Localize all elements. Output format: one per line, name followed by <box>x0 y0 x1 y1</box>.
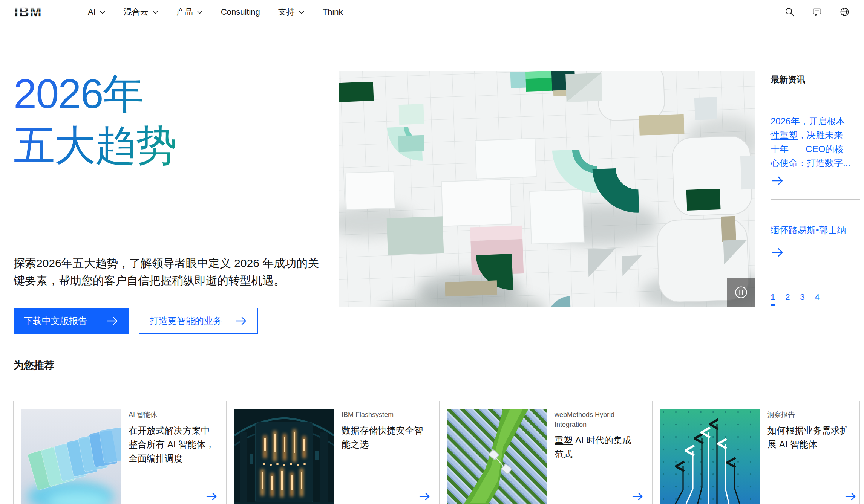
card-eyebrow: webMethods Hybrid Integration <box>555 410 644 429</box>
ibm-logo[interactable]: IBM <box>14 5 48 19</box>
nav-label: 产品 <box>176 6 193 18</box>
nav-label: Consulting <box>221 7 260 17</box>
arrow-right-icon <box>771 247 784 258</box>
card-ai-agents[interactable]: AI 智能体 在开放式解决方案中整合所有 AI 智能体，全面编排调度 <box>14 401 227 504</box>
nav-label: AI <box>88 7 96 17</box>
chevron-down-icon <box>299 10 305 14</box>
card-body: 洞察报告 如何根据业务需求扩展 AI 智能体 <box>767 409 857 504</box>
nav-item-hybrid-cloud[interactable]: 混合云 <box>115 0 167 24</box>
card-title: 重塑 AI 时代的集成范式 <box>555 433 640 461</box>
arrow-right-icon[interactable] <box>845 491 856 502</box>
news-heading: 最新资讯 <box>771 74 860 86</box>
pause-icon <box>732 284 750 301</box>
header: IBM AI 混合云 产品 Consulting 支持 Think <box>0 0 864 24</box>
card-title: 数据存储快捷安全智能之选 <box>342 423 431 451</box>
hero-media <box>339 71 755 307</box>
header-divider <box>69 4 69 20</box>
svg-text:IBM: IBM <box>14 5 42 19</box>
card-eyebrow: 洞察报告 <box>767 410 857 420</box>
card-flashsystem[interactable]: IBM Flashsystem 数据存储快捷安全智能之选 <box>227 401 440 504</box>
news-pagination: 1 2 3 4 <box>771 292 860 306</box>
news-link-2-text: 缅怀路易斯•郭士纳 <box>771 225 846 235</box>
download-report-button[interactable]: 下载中文版报告 <box>14 308 129 334</box>
search-icon[interactable] <box>784 7 795 17</box>
nav-label: 支持 <box>278 6 295 18</box>
card-eyebrow: AI 智能体 <box>129 410 218 420</box>
nav-item-support[interactable]: 支持 <box>269 0 314 24</box>
nav-item-think[interactable]: Think <box>314 0 352 24</box>
hero-section: 2026年五大趋势 探索2026年五大趋势，了解领导者眼中定义 2026 年成功… <box>0 24 864 358</box>
recommend-heading: 为您推荐 <box>14 359 54 372</box>
news-link-1[interactable]: 2026年，开启根本性重塑，决胜未来十年 ---- CEO的核心使命：打造数字.… <box>771 114 850 170</box>
pagination-page-4[interactable]: 4 <box>815 292 820 306</box>
hero-description: 探索2026年五大趋势，了解领导者眼中定义 2026 年成功的关键要素，帮助您的… <box>14 255 320 289</box>
arrow-right-icon[interactable] <box>632 491 643 502</box>
chevron-down-icon <box>100 10 106 14</box>
globe-icon[interactable] <box>839 7 850 17</box>
arrow-right-icon[interactable] <box>419 491 430 502</box>
card-image-glass-panels <box>21 409 121 504</box>
smarter-business-button[interactable]: 打造更智能的业务 <box>139 308 258 334</box>
news-link-1-arrow[interactable] <box>771 175 860 186</box>
header-utility <box>784 7 850 17</box>
card-eyebrow: IBM Flashsystem <box>342 410 431 420</box>
pagination-page-2[interactable]: 2 <box>785 292 790 306</box>
card-image-arrows-up <box>660 409 760 504</box>
news-link-2[interactable]: 缅怀路易斯•郭士纳 <box>771 200 850 237</box>
card-body: webMethods Hybrid Integration 重塑 AI 时代的集… <box>555 409 644 504</box>
chevron-down-icon <box>197 10 203 14</box>
card-image-storage-machine <box>234 409 334 504</box>
smarter-business-label: 打造更智能的业务 <box>150 315 222 327</box>
news-link-1-text: 2026年，开启根本 <box>771 116 845 126</box>
main-nav: AI 混合云 产品 Consulting 支持 Think <box>79 0 352 24</box>
arrow-right-icon <box>235 316 247 326</box>
card-webmethods[interactable]: webMethods Hybrid Integration 重塑 AI 时代的集… <box>440 401 653 504</box>
download-report-label: 下载中文版报告 <box>24 315 87 327</box>
card-body: AI 智能体 在开放式解决方案中整合所有 AI 智能体，全面编排调度 <box>129 409 218 504</box>
news-link-2-arrow[interactable] <box>771 247 860 258</box>
card-title-underlined: 重塑 <box>555 435 573 445</box>
recommend-cards: AI 智能体 在开放式解决方案中整合所有 AI 智能体，全面编排调度 <box>13 401 860 504</box>
chat-icon[interactable] <box>812 7 822 17</box>
nav-item-ai[interactable]: AI <box>79 0 115 24</box>
arrow-right-icon <box>106 316 119 326</box>
nav-item-products[interactable]: 产品 <box>167 0 212 24</box>
hero-title: 2026年五大趋势 <box>14 68 176 171</box>
nav-label: 混合云 <box>124 6 149 18</box>
carousel-pause-button[interactable] <box>727 278 755 307</box>
nav-label: Think <box>323 7 343 17</box>
card-title: 在开放式解决方案中整合所有 AI 智能体，全面编排调度 <box>129 423 218 465</box>
card-body: IBM Flashsystem 数据存储快捷安全智能之选 <box>342 409 431 504</box>
news-divider <box>771 275 860 275</box>
hero-title-line1: 2026年 <box>14 70 144 117</box>
hero-cta-group: 下载中文版报告 打造更智能的业务 <box>14 308 258 334</box>
card-image-solar-field <box>447 409 547 504</box>
card-insight-report[interactable]: 洞察报告 如何根据业务需求扩展 AI 智能体 <box>653 401 864 504</box>
news-link-1-underlined: 性重塑 <box>771 130 798 140</box>
hero-title-line2: 五大趋势 <box>14 122 176 168</box>
arrow-right-icon[interactable] <box>206 491 218 502</box>
chevron-down-icon <box>152 10 158 14</box>
hero-artwork-tiles <box>339 71 755 307</box>
latest-news-sidebar: 最新资讯 2026年，开启根本性重塑，决胜未来十年 ---- CEO的核心使命：… <box>771 71 860 306</box>
ibm-logo-icon: IBM <box>14 5 48 19</box>
nav-item-consulting[interactable]: Consulting <box>212 0 269 24</box>
pagination-page-1[interactable]: 1 <box>771 292 775 306</box>
pagination-page-3[interactable]: 3 <box>800 292 805 306</box>
card-title: 如何根据业务需求扩展 AI 智能体 <box>767 423 857 451</box>
arrow-right-icon <box>771 175 784 186</box>
